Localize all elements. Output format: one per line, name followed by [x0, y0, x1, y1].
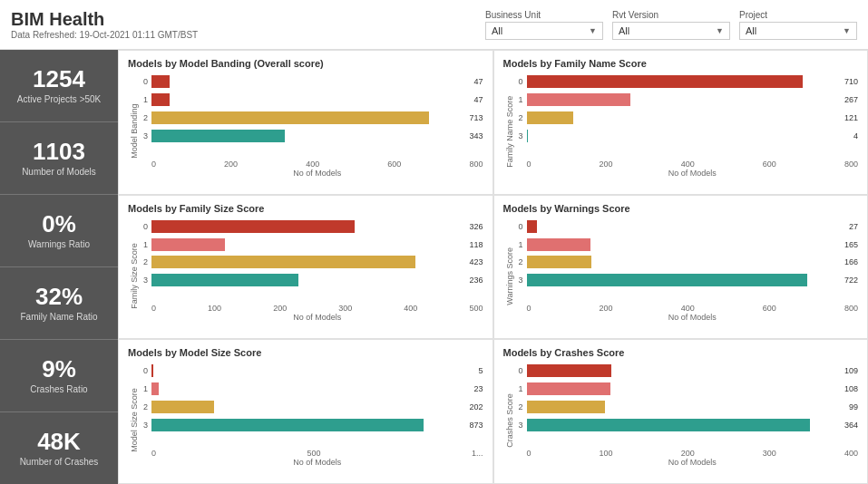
kpi-active-projects-value: 1254 — [33, 67, 85, 91]
bar-label: 1 — [514, 384, 523, 393]
x-tick: 0 — [527, 449, 532, 458]
bar-fill — [151, 93, 170, 106]
x-axis-ticks: 0100200300400 — [514, 449, 859, 458]
x-tick: 400 — [306, 160, 319, 169]
filter-project-select[interactable]: All ▼ — [739, 22, 857, 40]
bar-container — [527, 75, 838, 88]
x-tick: 0 — [527, 304, 532, 313]
bar-row: 05 — [139, 364, 483, 377]
kpi-num-crashes-label: Number of Crashes — [20, 457, 99, 467]
bar-label: 0 — [139, 77, 148, 86]
bar-row: 1267 — [514, 93, 859, 106]
header: BIM Health Data Refreshed: 19-Oct-2021 0… — [0, 0, 868, 50]
kpi-num-models: 1103 Number of Models — [0, 122, 118, 195]
x-axis-label: No of Models — [139, 458, 483, 467]
bar-container — [527, 382, 838, 395]
bar-value-label: 326 — [469, 222, 483, 231]
chevron-down-icon: ▼ — [589, 26, 597, 35]
x-tick: 200 — [600, 160, 613, 169]
bar-row: 34 — [514, 130, 859, 142]
kpi-family-name-ratio-label: Family Name Ratio — [20, 312, 97, 322]
bar-label: 1 — [139, 384, 148, 393]
bar-value-label: 27 — [849, 222, 858, 231]
x-tick: 300 — [338, 304, 352, 313]
bar-label: 3 — [139, 131, 148, 140]
x-axis-ticks: 0200400600800 — [514, 304, 859, 313]
x-tick: 300 — [763, 449, 776, 458]
bar-container — [527, 419, 838, 431]
chart-family-size-title: Models by Family Size Score — [128, 203, 483, 214]
bar-container — [151, 130, 463, 142]
bar-fill — [527, 220, 538, 233]
bar-fill — [151, 382, 159, 395]
title-section: BIM Health Data Refreshed: 19-Oct-2021 0… — [11, 9, 210, 40]
x-tick: 400 — [681, 160, 695, 169]
bar-row: 2202 — [139, 401, 483, 413]
bar-container — [151, 382, 467, 395]
bars-chart-fn: 07101267212134 — [514, 73, 859, 158]
kpi-warnings-ratio-label: Warnings Ratio — [28, 239, 90, 249]
bar-container — [151, 238, 463, 251]
x-tick: 600 — [387, 160, 401, 169]
filter-rvt-select[interactable]: All ▼ — [612, 22, 730, 40]
x-tick: 400 — [404, 304, 417, 313]
bar-value-label: 722 — [844, 276, 858, 285]
bar-value-label: 109 — [844, 366, 858, 375]
kpi-num-models-label: Number of Models — [22, 167, 96, 177]
bars-chart-mb: 04714727133343 — [139, 73, 483, 158]
bar-value-label: 343 — [469, 131, 483, 140]
bars-chart-c: 010911082993364 — [514, 362, 859, 447]
bar-label: 1 — [139, 95, 148, 104]
bar-fill — [151, 220, 355, 233]
kpi-warnings-ratio: 0% Warnings Ratio — [0, 195, 118, 267]
bar-container — [151, 111, 463, 124]
kpi-crashes-ratio-value: 9% — [42, 357, 76, 381]
bars-chart-fs: 0326111824233236 — [139, 218, 483, 303]
x-axis-ticks: 0100200300400500 — [139, 304, 483, 313]
x-tick: 200 — [681, 449, 695, 458]
x-tick: 500 — [307, 449, 320, 458]
bar-container — [527, 364, 838, 377]
bar-label: 0 — [139, 222, 148, 231]
bar-fill — [151, 419, 424, 431]
bar-container — [151, 364, 472, 377]
bar-value-label: 364 — [844, 421, 858, 430]
bar-row: 1165 — [514, 238, 859, 251]
x-tick: 400 — [681, 304, 695, 313]
bar-row: 0710 — [514, 75, 859, 88]
bar-value-label: 267 — [844, 95, 858, 104]
x-axis-ticks: 0200400600800 — [139, 160, 483, 169]
filter-business-unit: Business Unit All ▼ — [485, 10, 603, 40]
chart-family-name: Models by Family Name Score Family Name … — [493, 50, 869, 195]
bar-value-label: 713 — [469, 113, 483, 122]
kpi-active-projects: 1254 Active Projects >50K — [0, 50, 118, 122]
bar-row: 2121 — [514, 111, 859, 124]
bar-container — [527, 256, 838, 268]
bar-label: 3 — [514, 131, 523, 140]
bar-container — [151, 75, 467, 88]
bars-chart-w: 027116521663722 — [514, 218, 859, 303]
x-axis-label: No of Models — [139, 313, 483, 322]
filter-project: Project All ▼ — [739, 10, 857, 40]
chart-model-banding-title: Models by Model Banding (Overall score) — [128, 58, 483, 69]
x-tick: 0 — [151, 449, 156, 458]
bar-fill — [527, 130, 529, 142]
bar-label: 2 — [139, 402, 148, 411]
x-tick: 200 — [600, 304, 613, 313]
bar-label: 2 — [139, 257, 148, 266]
kpi-panel: 1254 Active Projects >50K 1103 Number of… — [0, 50, 118, 484]
bar-fill — [527, 274, 808, 286]
x-axis-label: No of Models — [514, 313, 859, 322]
bar-value-label: 165 — [844, 240, 858, 249]
filter-project-label: Project — [739, 10, 857, 20]
bar-row: 3364 — [514, 419, 859, 431]
kpi-family-name-ratio: 32% Family Name Ratio — [0, 267, 118, 340]
bar-value-label: 423 — [469, 257, 483, 266]
bars-chart-ms: 0512322023873 — [139, 362, 483, 447]
bar-label: 3 — [514, 421, 523, 430]
y-axis-crashes: Crashes Score — [503, 362, 514, 479]
bar-label: 0 — [514, 366, 523, 375]
bar-label: 0 — [139, 366, 148, 375]
filter-business-unit-select[interactable]: All ▼ — [485, 22, 603, 40]
bar-value-label: 99 — [849, 402, 858, 411]
